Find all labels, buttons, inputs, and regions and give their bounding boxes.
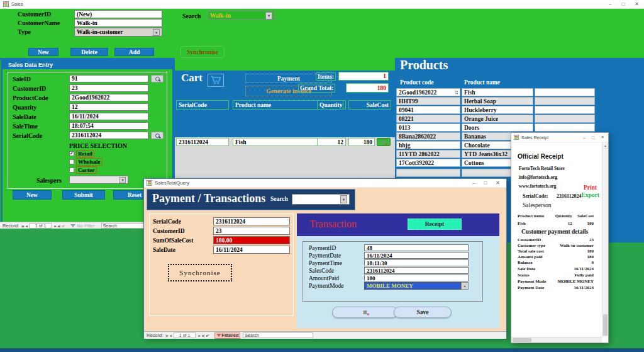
sde-new-button[interactable]: New	[13, 190, 52, 200]
scroll-up-icon[interactable]: ▴	[602, 142, 608, 149]
pay-saledate-field[interactable]: 16/11/2024	[213, 246, 290, 254]
receipt-button[interactable]: Receipt	[408, 219, 462, 230]
product-name-cell[interactable]: Orange Juice	[462, 115, 533, 123]
maximize-icon[interactable]: □	[621, 1, 625, 7]
minimize-icon[interactable]: –	[583, 135, 586, 140]
nav-prev-icon[interactable]: ◂	[170, 333, 171, 338]
serialcode-search-button[interactable]	[151, 132, 164, 139]
product-code-cell[interactable]: HHT99	[396, 97, 460, 105]
nav-first-icon[interactable]: |◂	[165, 333, 167, 338]
maximize-icon[interactable]: □	[484, 180, 487, 186]
saledate-field[interactable]: 16/11/2024	[69, 113, 148, 120]
chevron-down-icon[interactable]: ▾	[340, 195, 347, 203]
product-name-cell[interactable]: Huckleberry	[462, 106, 533, 114]
chevron-down-icon[interactable]: ▾	[461, 282, 469, 290]
quantity-field[interactable]: 12	[69, 103, 148, 111]
nav-prev-icon[interactable]: ◂	[26, 224, 27, 228]
product-code-cell[interactable]: 11YTD 2862022	[396, 150, 460, 158]
product-code-cell[interactable]: 09041	[396, 106, 460, 114]
checkbox-icon[interactable]	[69, 167, 74, 173]
saleid-field[interactable]: 91	[69, 75, 148, 82]
scrollbar-thumb[interactable]	[603, 314, 608, 336]
add-customer-button[interactable]: Add	[114, 48, 154, 56]
minimize-icon[interactable]: –	[609, 1, 611, 7]
new-customer-button[interactable]: New	[28, 48, 58, 56]
product-code-cell[interactable]: 17Cott392022	[396, 159, 460, 167]
nav-last-icon[interactable]: ▸|	[202, 333, 204, 338]
saletime-field[interactable]: 18:07:54	[69, 122, 148, 130]
save-button[interactable]: Save	[394, 307, 452, 318]
payment-search-combo[interactable]: ▾	[292, 194, 350, 205]
chevron-down-icon[interactable]: ▾	[265, 12, 272, 20]
cart-row-quantity[interactable]: 12	[317, 138, 346, 146]
checkbox-checked-icon[interactable]: ✓	[69, 151, 74, 156]
spinner-icon[interactable]: ▴▾	[455, 90, 458, 94]
nav-next-icon[interactable]: ▸	[198, 333, 199, 338]
product-name-cell[interactable]: Doors	[462, 123, 533, 132]
delete-record-button[interactable]: ▤	[332, 307, 398, 318]
nav-new-record-icon[interactable]: ▸*	[62, 224, 64, 228]
maximize-icon[interactable]: □	[592, 135, 594, 140]
chevron-down-icon[interactable]: ▾	[119, 177, 126, 183]
productcode-field[interactable]: 2Good1962022	[69, 94, 148, 101]
sde-submit-button[interactable]: Submit	[62, 190, 105, 200]
nav-first-icon[interactable]: |◂	[21, 224, 23, 228]
cartor-checkbox-row[interactable]: Cartor	[69, 166, 97, 174]
filtered-indicator[interactable]: Filtered	[214, 332, 240, 339]
cart-row-serialcode[interactable]: 2316112024	[176, 138, 229, 146]
amountpaid-field[interactable]: 180	[364, 275, 469, 281]
delete-customer-button[interactable]: Delete	[70, 48, 108, 56]
pay-serialcode-field[interactable]: 2316112024	[213, 217, 290, 225]
close-icon[interactable]: ✕	[635, 1, 639, 7]
export-link[interactable]: Export	[582, 192, 600, 198]
saleid-search-button[interactable]	[151, 75, 164, 82]
paymentid-field[interactable]: 48	[364, 244, 469, 251]
print-link[interactable]: Print	[584, 185, 597, 191]
scrollbar-thumb[interactable]	[513, 338, 531, 342]
product-code-cell[interactable]: 08221	[396, 115, 460, 123]
minimize-icon[interactable]: –	[472, 180, 475, 186]
nav-new-record-icon[interactable]: ▸*	[206, 333, 208, 338]
product-code-cell[interactable]	[396, 169, 460, 177]
checkbox-icon[interactable]	[69, 159, 74, 164]
product-code-cell[interactable]: 2Good1962022▴▾	[396, 88, 460, 96]
paymenttime-field[interactable]: 18:11:30	[364, 259, 469, 266]
salesperson-combo[interactable]: ▾	[69, 176, 128, 184]
pay-customerid-field[interactable]: 23	[213, 227, 290, 235]
no-filter-indicator[interactable]: No Filter	[70, 223, 94, 229]
product-extra-cell[interactable]	[535, 88, 595, 96]
product-code-cell[interactable]: 0113	[396, 123, 460, 132]
product-name-cell[interactable]: Fish	[462, 88, 533, 96]
product-extra-cell[interactable]	[535, 115, 595, 123]
paymentmode-select[interactable]: MOBILE MONEY	[364, 282, 461, 290]
customername-field[interactable]: Walk-in	[74, 19, 162, 27]
nav-last-icon[interactable]: ▸|	[58, 224, 60, 228]
product-code-cell[interactable]: 8Bana2862022	[396, 132, 460, 140]
close-icon[interactable]: ✕	[496, 180, 500, 186]
type-select[interactable]: Walk-in-customer ▾	[74, 28, 162, 37]
customer-search-combo[interactable]: Walk-in ▾	[208, 11, 275, 20]
customerid-field[interactable]: (New)	[74, 10, 162, 18]
customerid2-field[interactable]: 23	[69, 84, 148, 92]
paymentdate-field[interactable]: 16/11/2024	[364, 252, 469, 259]
retail-checkbox-row[interactable]: ✓ Retail	[69, 150, 94, 157]
product-code-cell[interactable]: hhjg	[396, 141, 460, 149]
pay-sumofsalecost-field[interactable]: 180.00	[213, 236, 290, 244]
wholesale-checkbox-row[interactable]: Wholsale	[69, 158, 103, 166]
receipt-scrollbar[interactable]: ▴	[602, 142, 608, 337]
product-extra-cell[interactable]	[535, 106, 595, 114]
nav-next-icon[interactable]: ▸	[54, 224, 55, 228]
product-name-cell[interactable]: Herbal Soap	[462, 97, 533, 105]
chevron-down-icon[interactable]: ▾	[153, 29, 160, 36]
product-extra-cell[interactable]	[535, 97, 595, 105]
serialcode-field[interactable]: 2316112024	[69, 132, 148, 139]
product-extra-cell[interactable]	[535, 123, 595, 132]
payment-synchronise-button[interactable]: Synchronise	[168, 264, 232, 281]
salescode-field[interactable]: 2316112024	[364, 267, 469, 274]
close-icon[interactable]: ✕	[601, 135, 604, 140]
synchronise-button[interactable]: Synchronise	[180, 46, 225, 58]
cart-row-salecost[interactable]: 180	[348, 138, 375, 146]
receipt-hscrollbar[interactable]	[511, 337, 602, 343]
cart-row-remove-button[interactable]: ▤	[377, 138, 391, 146]
record-search-input[interactable]: Search	[243, 332, 313, 338]
